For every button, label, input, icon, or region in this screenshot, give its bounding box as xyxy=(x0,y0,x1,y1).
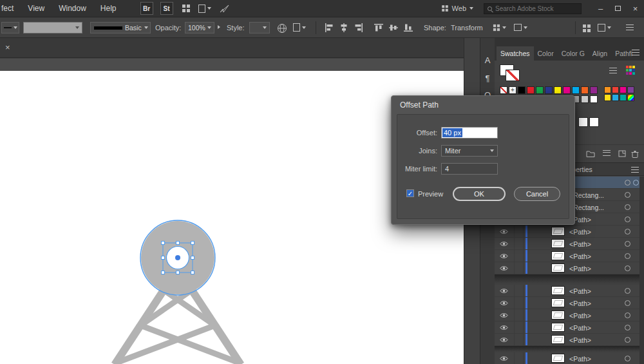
layer-label[interactable]: <Path> xyxy=(569,240,591,248)
visibility-eye-icon[interactable] xyxy=(500,253,508,259)
menu-item-help[interactable]: Help xyxy=(93,4,124,13)
layer-thumbnail[interactable] xyxy=(551,286,565,295)
document-tab-close-icon[interactable]: × xyxy=(5,43,10,52)
layer-row-8[interactable]: <Path> xyxy=(495,262,639,274)
search-input[interactable] xyxy=(495,5,580,12)
swatch[interactable] xyxy=(620,86,627,93)
stroke-none-proxy-swatch[interactable] xyxy=(506,70,520,81)
panel-tab-color-g[interactable]: Color G xyxy=(558,46,589,61)
layer-row-10[interactable]: <Path> xyxy=(495,297,639,309)
document-setup-dropdown[interactable] xyxy=(293,23,306,32)
layer-label[interactable]: <Path> xyxy=(569,355,591,363)
visibility-eye-icon[interactable] xyxy=(500,312,508,318)
miter-limit-input[interactable]: 4 xyxy=(441,163,498,175)
layer-row-6[interactable]: <Path> xyxy=(495,238,639,250)
visibility-eye-icon[interactable] xyxy=(500,265,508,271)
target-circle-icon[interactable] xyxy=(625,300,630,306)
target-circle-icon[interactable] xyxy=(625,180,630,186)
opacity-options-arrow-icon[interactable] xyxy=(218,25,220,29)
visibility-eye-icon[interactable] xyxy=(500,356,508,361)
align-top-icon[interactable] xyxy=(374,23,383,32)
ok-button[interactable]: OK xyxy=(453,187,506,201)
swatch[interactable] xyxy=(554,86,562,94)
align-left-icon[interactable] xyxy=(325,23,334,32)
layer-thumbnail[interactable] xyxy=(551,311,565,320)
delete-swatch-trash-icon[interactable] xyxy=(631,150,639,158)
control-bar-menu-icon[interactable] xyxy=(626,24,634,30)
preview-checkbox[interactable]: ✓ xyxy=(406,189,414,197)
layer-thumbnail[interactable] xyxy=(551,323,565,332)
visibility-eye-icon[interactable] xyxy=(500,229,508,235)
layer-thumbnail[interactable] xyxy=(551,263,565,273)
layer-label[interactable]: <Path> xyxy=(569,312,591,320)
swatch[interactable] xyxy=(545,86,553,94)
layer-row-13[interactable]: <Path> xyxy=(495,334,639,346)
dialog-title[interactable]: Offset Path xyxy=(392,96,574,110)
swatch-registration[interactable]: + xyxy=(509,86,516,94)
layer-row-7[interactable]: <Path> xyxy=(495,250,639,262)
align-center-icon[interactable] xyxy=(339,23,348,32)
layer-label[interactable]: <Path> xyxy=(569,324,591,332)
target-circle-icon[interactable] xyxy=(625,229,630,235)
swatch[interactable] xyxy=(572,86,580,94)
offset-input[interactable]: 40 px xyxy=(441,127,498,139)
target-circle-icon[interactable] xyxy=(625,337,630,343)
panel-menu-icon[interactable] xyxy=(632,50,639,55)
share-icon[interactable] xyxy=(220,5,229,13)
swatch[interactable] xyxy=(627,86,634,93)
layer-label[interactable]: <Path> xyxy=(569,336,591,344)
swatch-none[interactable] xyxy=(500,86,507,94)
target-circle-icon[interactable] xyxy=(625,192,630,198)
panel-tab-align[interactable]: Align xyxy=(589,46,611,61)
layer-thumbnail[interactable] xyxy=(551,298,565,307)
new-folder-icon[interactable] xyxy=(586,150,595,157)
panel-tab-color[interactable]: Color xyxy=(534,46,558,61)
new-swatch-icon[interactable] xyxy=(618,150,626,157)
visibility-eye-icon[interactable] xyxy=(500,241,508,247)
transform-label[interactable]: Transform xyxy=(451,24,483,32)
swatch[interactable] xyxy=(589,117,599,127)
layer-thumbnail[interactable] xyxy=(551,251,565,260)
menu-item-window[interactable]: Window xyxy=(52,4,93,13)
badge-st[interactable]: St xyxy=(160,2,173,15)
swatch[interactable] xyxy=(590,95,598,103)
swatch-options-icon[interactable] xyxy=(603,150,611,156)
arrange-documents-icon[interactable] xyxy=(182,5,190,12)
swatch[interactable] xyxy=(581,95,589,103)
menu-item-view[interactable]: View xyxy=(21,4,52,13)
joins-dropdown[interactable]: Miter xyxy=(441,145,498,157)
layer-label[interactable]: <Path> xyxy=(569,265,591,273)
layer-row-11[interactable]: <Path> xyxy=(495,309,639,321)
align-bottom-icon[interactable] xyxy=(404,23,413,32)
panel-tab-swatches[interactable]: Swatches xyxy=(497,46,534,61)
document-setup-globe-icon[interactable] xyxy=(277,23,287,34)
transform-options-dropdown[interactable] xyxy=(493,24,506,32)
swatch[interactable] xyxy=(563,86,571,94)
swatch[interactable] xyxy=(612,94,619,101)
badge-br[interactable]: Br xyxy=(140,2,153,15)
variable-width-dropdown[interactable] xyxy=(1,22,19,34)
stock-search[interactable] xyxy=(484,3,582,14)
swatch[interactable] xyxy=(620,94,627,101)
swatch[interactable] xyxy=(604,94,611,101)
visibility-eye-icon[interactable] xyxy=(500,300,508,306)
target-circle-icon[interactable] xyxy=(625,356,630,361)
workspace-switcher[interactable]: Web xyxy=(441,5,473,12)
swatch[interactable] xyxy=(527,86,535,94)
layers-scrollbar[interactable] xyxy=(639,177,644,364)
layers-menu-icon[interactable] xyxy=(631,167,639,173)
visibility-eye-icon[interactable] xyxy=(500,337,508,343)
target-circle-icon[interactable] xyxy=(625,204,630,210)
swatch[interactable] xyxy=(604,86,611,93)
opacity-dropdown[interactable]: 100% xyxy=(185,22,214,34)
layer-row-14[interactable]: <Path> xyxy=(495,352,639,364)
swatch[interactable] xyxy=(518,86,526,94)
target-circle-icon[interactable] xyxy=(625,312,630,318)
swatch[interactable] xyxy=(578,117,588,127)
visibility-eye-icon[interactable] xyxy=(500,325,508,330)
layer-thumbnail[interactable] xyxy=(551,335,565,344)
target-circle-icon[interactable] xyxy=(625,265,630,271)
layer-label[interactable]: <Path> xyxy=(569,228,591,236)
list-view-icon[interactable] xyxy=(609,68,617,73)
layer-row-5[interactable]: <Path> xyxy=(495,225,639,238)
